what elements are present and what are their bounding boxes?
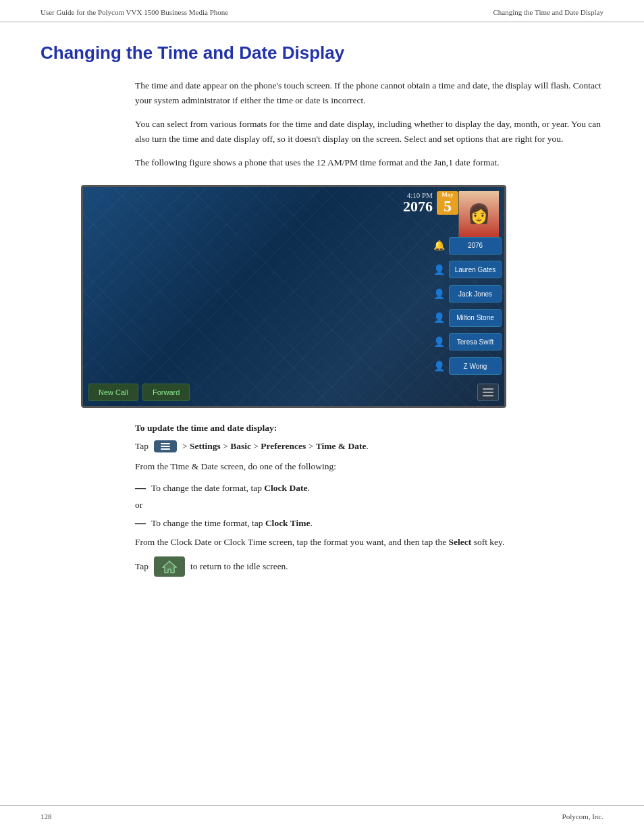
tap-suffix-1: > Settings > Basic > Preferences > Time … [182,441,369,452]
page-number: 128 [41,812,52,820]
tap-label-1: Tap [135,441,149,452]
menu-line-2 [483,392,493,393]
menu-button[interactable] [477,384,499,401]
menu-icon [483,388,493,396]
contact-row: 👤 Lauren Gates [431,259,502,282]
phone-month-day: May 5 [437,191,458,215]
phone-softkeys: New Call Forward [83,379,504,406]
bullet-text-1: To change the date format, tap Clock Dat… [151,481,310,496]
tap-label-2: Tap [135,561,149,572]
instructions-section: To update the time and date display: Tap… [135,423,603,577]
bullet-text-2: To change the time format, tap Clock Tim… [151,516,313,531]
phone-sidebar: 🔔 2076 👤 Lauren Gates 👤 Jack Jones 👤 Mil… [429,233,504,379]
contact-btn-0[interactable]: 2076 [449,237,502,255]
from-line: From the Time & Date screen, do one of t… [135,459,603,474]
contact-icon-0: 🔔 [431,238,446,253]
paragraph-1: The time and date appear on the phone's … [135,78,603,107]
tap-menu-icon [161,443,170,450]
forward-button[interactable]: Forward [142,384,190,401]
paragraph-3: The following figure shows a phone that … [135,155,603,170]
contact-row: 👤 Z Wong [431,355,502,377]
page-footer: 128 Polycom, Inc. [0,805,644,827]
menu-line-3 [483,395,493,396]
bullet-item-2: — To change the time format, tap Clock T… [135,516,603,531]
tap-menu-line-3 [161,448,170,450]
tap-menu-line-1 [161,443,170,444]
contact-btn-5[interactable]: Z Wong [449,357,502,375]
header-right: Changing the Time and Date Display [493,8,603,16]
tap-suffix-2: to return to the idle screen. [190,561,288,572]
home-button[interactable] [154,556,185,577]
dash-2: — [135,516,146,531]
header-left: User Guide for the Polycom VVX 1500 Busi… [41,8,228,16]
contact-row: 👤 Teresa Swift [431,331,502,354]
phone-year: 2076 [403,198,433,215]
contact-row: 👤 Jack Jones [431,282,502,305]
contact-icon-4: 👤 [431,334,446,349]
dash-1: — [135,481,146,496]
phone-avatar: 👩 [458,191,499,237]
company-name: Polycom, Inc. [562,812,603,820]
page-header: User Guide for the Polycom VVX 1500 Busi… [0,0,644,22]
page-title: Changing the Time and Date Display [41,43,603,63]
contact-btn-2[interactable]: Jack Jones [449,285,502,303]
contact-row: 👤 Milton Stone [431,307,502,330]
bullet-item-1: — To change the date format, tap Clock D… [135,481,603,496]
contact-icon-5: 👤 [431,359,446,373]
phone-time-date: 4:10 PM 2076 May 5 [403,191,458,215]
menu-line-1 [483,388,493,390]
contact-row: 🔔 2076 [431,234,502,257]
tap-menu-line-2 [161,446,170,447]
avatar-figure: 👩 [459,191,499,237]
contact-btn-4[interactable]: Teresa Swift [449,333,502,350]
phone-top-bar: 4:10 PM 2076 May 5 👩 [83,187,504,233]
phone-day: 5 [444,198,452,214]
home-icon [162,560,177,573]
time-year-group: 4:10 PM 2076 [403,191,433,214]
svg-marker-1 [163,561,176,573]
contact-btn-1[interactable]: Lauren Gates [449,261,502,278]
contact-icon-1: 👤 [431,262,446,277]
from-clock-line: From the Clock Date or Clock Time screen… [135,535,603,550]
tap-row-1: Tap > Settings > Basic > Preferences > T… [135,440,603,452]
contact-icon-3: 👤 [431,311,446,325]
tap-row-2: Tap to return to the idle screen. [135,556,603,577]
instruction-heading: To update the time and date display: [135,423,603,434]
settings-menu-button[interactable] [154,440,177,452]
paragraph-2: You can select from various formats for … [135,117,603,146]
page-content: Changing the Time and Date Display The t… [0,22,644,610]
or-line: or [135,500,603,511]
new-call-button[interactable]: New Call [88,384,138,401]
phone-screenshot: 4:10 PM 2076 May 5 👩 🔔 2076 👤 [81,185,506,408]
contact-btn-3[interactable]: Milton Stone [449,309,502,327]
contact-icon-2: 👤 [431,286,446,301]
